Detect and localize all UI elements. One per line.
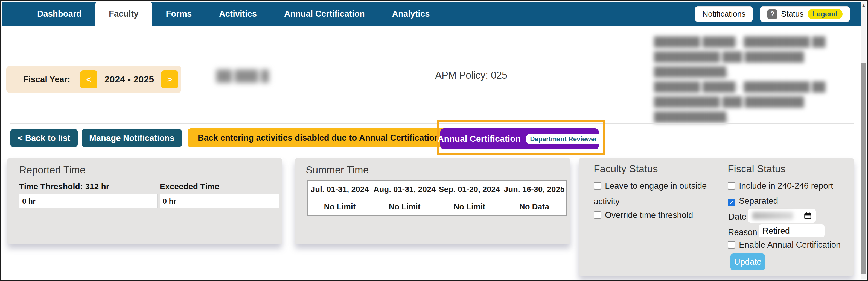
summer-time-title: Summer Time — [306, 165, 369, 176]
separated-checkbox[interactable] — [728, 199, 735, 206]
back-to-list-button[interactable]: < Back to list — [10, 129, 78, 147]
redacted-line: ███████████, — [654, 109, 829, 124]
include-report-checkbox[interactable] — [728, 182, 735, 189]
faculty-name-redacted: ██ ███ █ — [216, 70, 269, 82]
faculty-status-title: Faculty Status — [594, 163, 658, 175]
time-threshold-field[interactable]: 0 hr — [19, 194, 157, 208]
legend-badge: Legend — [808, 9, 843, 20]
annual-certification-button[interactable]: Annual Certification Department Reviewer — [440, 128, 599, 149]
fiscal-year-prev-button[interactable]: < — [80, 70, 97, 89]
notifications-label: Notifications — [702, 9, 745, 19]
include-report-label: Include in 240-246 report — [739, 181, 833, 190]
top-navbar: Dashboard Faculty Forms Activities Annua… — [2, 2, 861, 26]
summer-time-table: Jul. 01-31, 2024 Aug. 01-31, 2024 Sep. 0… — [307, 180, 567, 216]
tab-faculty[interactable]: Faculty — [95, 2, 152, 26]
summer-col-value: No Limit — [372, 198, 437, 215]
summer-col-header: Aug. 01-31, 2024 — [372, 180, 437, 198]
tab-analytics[interactable]: Analytics — [378, 2, 443, 26]
fiscal-year-label: Fiscal Year: — [23, 75, 70, 84]
tab-forms[interactable]: Forms — [152, 2, 206, 26]
override-threshold-label: Override time threshold — [605, 210, 693, 220]
time-threshold-label: Time Threshold: 312 hr — [19, 182, 110, 191]
back-entry-disabled-warning: Back entering activities disabled due to… — [188, 128, 452, 147]
app-window: Dashboard Faculty Forms Activities Annua… — [0, 0, 868, 281]
summer-col-header: Jun. 16-30, 2025 — [502, 180, 567, 198]
summer-time-header-row: Jul. 01-31, 2024 Aug. 01-31, 2024 Sep. 0… — [307, 180, 567, 198]
date-label: Date — [728, 212, 746, 222]
scrollbar-thumb[interactable] — [862, 63, 866, 274]
exceeded-time-label: Exceeded Time — [160, 182, 219, 191]
notifications-button[interactable]: Notifications — [695, 6, 753, 22]
override-threshold-checkbox[interactable] — [594, 211, 601, 219]
tab-dashboard[interactable]: Dashboard — [24, 2, 95, 26]
department-info-redacted: ███████ █████ - ██████████ ██ ██████████… — [654, 34, 829, 124]
annual-certification-label: Annual Certification — [438, 134, 521, 144]
fiscal-year-next-button[interactable]: > — [161, 70, 178, 89]
vertical-scrollbar[interactable]: ▲ — [861, 2, 866, 279]
help-icon: ? — [767, 9, 777, 19]
summer-col-value: No Limit — [437, 198, 502, 215]
department-reviewer-badge: Department Reviewer — [526, 134, 601, 144]
separation-date-input[interactable] — [748, 209, 816, 222]
manage-notifications-button[interactable]: Manage Notifications — [82, 129, 182, 147]
status-panel: Faculty Status Leave to engage in outsid… — [579, 159, 854, 276]
reason-input[interactable]: Retired — [758, 224, 825, 237]
section-divider — [9, 124, 854, 124]
summer-col-value: No Limit — [307, 198, 372, 215]
calendar-icon[interactable] — [804, 212, 812, 222]
separated-row: Separated — [728, 193, 778, 209]
summer-time-panel: Summer Time Jul. 01-31, 2024 Aug. 01-31,… — [295, 159, 570, 244]
apm-policy-text: APM Policy: 025 — [435, 70, 507, 81]
reported-time-panel: Reported Time Time Threshold: 312 hr Exc… — [7, 159, 282, 244]
tab-activities[interactable]: Activities — [206, 2, 271, 26]
leave-outside-activity-label: Leave to engage in outside activity — [594, 181, 707, 206]
redacted-line: ██████████ ███ █████████ — [654, 94, 829, 109]
override-threshold-row: Override time threshold — [594, 207, 693, 223]
redacted-line: ███████████, — [654, 64, 829, 79]
status-label: Status — [781, 9, 803, 19]
enable-annual-cert-checkbox[interactable] — [728, 241, 735, 248]
summer-col-header: Sep. 01-20, 2024 — [437, 180, 502, 198]
summer-col-header: Jul. 01-31, 2024 — [307, 180, 372, 198]
redacted-line: ███████ █████ - ██████████ ██ — [654, 79, 829, 94]
scrollbar-up-icon[interactable]: ▲ — [861, 3, 866, 7]
update-button[interactable]: Update — [731, 253, 765, 270]
reason-label: Reason — [728, 227, 757, 237]
date-value-redacted — [752, 212, 793, 219]
summer-col-value: No Data — [502, 198, 567, 215]
redacted-line: ███████ █████ - ██████████ ██ — [654, 34, 829, 49]
navbar-right-group: Notifications ? Status Legend — [695, 6, 850, 22]
leave-outside-activity-row: Leave to engage in outside activity — [594, 178, 711, 209]
exceeded-time-field[interactable]: 0 hr — [160, 194, 279, 208]
tab-annual-certification[interactable]: Annual Certification — [271, 2, 378, 26]
status-legend-button[interactable]: ? Status Legend — [760, 6, 850, 22]
fiscal-status-title: Fiscal Status — [728, 163, 786, 175]
fiscal-year-value: 2024 - 2025 — [104, 74, 154, 85]
include-report-row: Include in 240-246 report — [728, 178, 833, 194]
leave-outside-activity-checkbox[interactable] — [594, 182, 601, 189]
summer-time-value-row: No Limit No Limit No Limit No Data — [307, 198, 567, 215]
separated-label: Separated — [739, 196, 778, 206]
enable-annual-cert-row: Enable Annual Certification — [728, 237, 841, 253]
enable-annual-cert-label: Enable Annual Certification — [739, 240, 841, 250]
fiscal-year-selector: Fiscal Year: < 2024 - 2025 > — [6, 66, 181, 93]
redacted-line: ██████████ ███ █████████ — [654, 49, 829, 64]
reported-time-title: Reported Time — [19, 165, 86, 176]
